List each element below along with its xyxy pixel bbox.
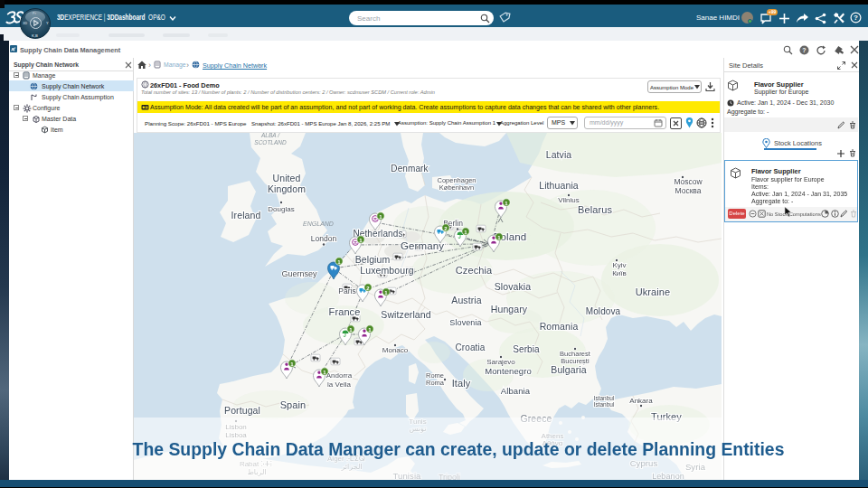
svg-text:la Vella: la Vella xyxy=(327,380,351,389)
svg-text:Andorra: Andorra xyxy=(326,371,353,380)
svg-text:Montenegro: Montenegro xyxy=(485,366,532,376)
svg-text:Latvia: Latvia xyxy=(546,149,572,160)
svg-text:Київ: Київ xyxy=(612,269,627,277)
svg-text:London: London xyxy=(311,234,337,243)
svg-text:Ireland: Ireland xyxy=(231,210,261,221)
svg-text:Germany: Germany xyxy=(401,240,444,251)
svg-text:Hungary: Hungary xyxy=(491,304,528,314)
svg-text:Ankara: Ankara xyxy=(629,397,653,405)
svg-text:Romania: Romania xyxy=(540,321,579,332)
svg-text:Italy: Italy xyxy=(452,378,471,389)
svg-text:Belgium: Belgium xyxy=(355,254,391,265)
svg-text:Paris: Paris xyxy=(338,286,355,296)
svg-text:Guernsey: Guernsey xyxy=(281,269,317,278)
svg-text:Switzerland: Switzerland xyxy=(381,309,430,320)
svg-text:?: ? xyxy=(854,14,858,22)
svg-text:Serbia: Serbia xyxy=(513,344,540,354)
svg-text:SCOTLAND: SCOTLAND xyxy=(254,139,287,145)
svg-text:ENGLAND: ENGLAND xyxy=(303,221,334,227)
svg-text:Moscow: Moscow xyxy=(674,177,703,186)
svg-text:Monaco: Monaco xyxy=(382,346,409,354)
svg-text:Kingdom: Kingdom xyxy=(268,183,306,194)
svg-text:Kyiv: Kyiv xyxy=(612,261,626,269)
svg-text:København: København xyxy=(439,183,474,192)
svg-text:Belarus: Belarus xyxy=(578,204,612,215)
svg-text:Croatia: Croatia xyxy=(456,343,486,352)
svg-text:Douglas: Douglas xyxy=(268,205,294,213)
svg-text:Bulgaria: Bulgaria xyxy=(551,364,586,375)
svg-text:United: United xyxy=(273,173,301,183)
svg-text:Istanbul: Istanbul xyxy=(594,401,615,408)
svg-text:Ukraine: Ukraine xyxy=(636,286,671,297)
svg-text:ALBA /: ALBA / xyxy=(260,133,280,138)
svg-text:Denmark: Denmark xyxy=(391,164,429,174)
svg-text:Москва: Москва xyxy=(675,186,701,195)
svg-text:Roma: Roma xyxy=(426,379,445,387)
svg-text:Portugal: Portugal xyxy=(224,405,260,416)
svg-text:Luxembourg: Luxembourg xyxy=(360,265,413,276)
svg-text:Vilnius: Vilnius xyxy=(558,196,579,204)
svg-text:Istanbul: Istanbul xyxy=(594,395,615,401)
svg-text:Austria: Austria xyxy=(451,295,481,305)
svg-text:Spain: Spain xyxy=(280,399,307,410)
svg-text:Lithuania: Lithuania xyxy=(539,180,579,191)
svg-text:Sarajevo: Sarajevo xyxy=(486,358,515,366)
svg-text:Slovenia: Slovenia xyxy=(449,318,481,327)
svg-text:?: ? xyxy=(802,47,806,53)
svg-text:Slovakia: Slovakia xyxy=(495,281,532,292)
svg-text:Czechia: Czechia xyxy=(456,265,493,276)
svg-text:Albania: Albania xyxy=(501,386,531,396)
svg-text:France: France xyxy=(329,306,361,317)
svg-text:București: București xyxy=(561,357,590,365)
svg-text:Moldova: Moldova xyxy=(586,306,621,316)
